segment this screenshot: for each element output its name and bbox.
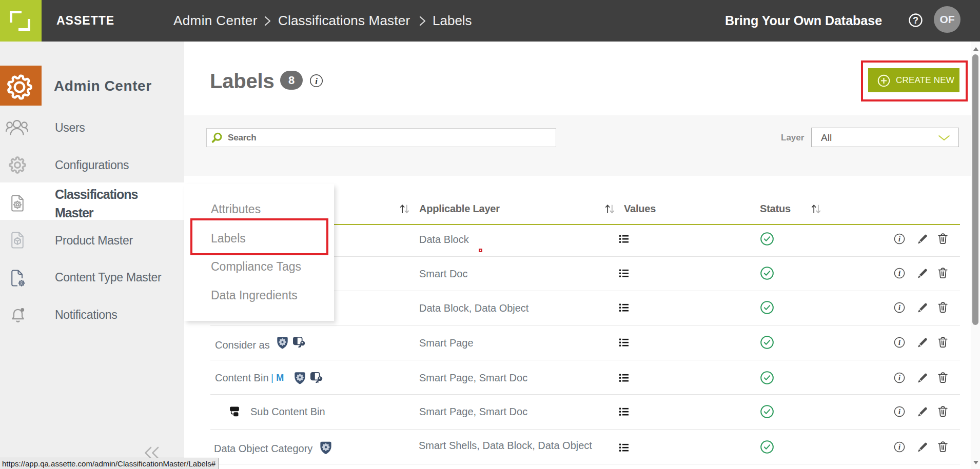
- svg-text:i: i: [315, 76, 318, 86]
- svg-text:?: ?: [913, 15, 918, 26]
